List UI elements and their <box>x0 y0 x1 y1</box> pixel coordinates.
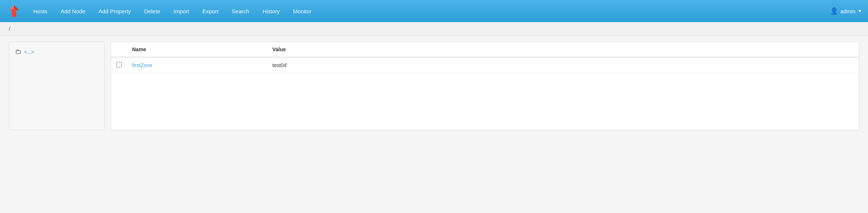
user-icon: 👤 <box>830 7 838 15</box>
navbar-nav: HostsAdd NodeAdd PropertyDeleteImportExp… <box>27 0 830 22</box>
user-menu[interactable]: 👤 admin ▼ <box>830 7 862 15</box>
col-value: Value <box>267 42 859 57</box>
chevron-down-icon: ▼ <box>858 8 862 14</box>
folder-item[interactable]: 🗀 <...> <box>15 48 99 56</box>
nav-item-add-property[interactable]: Add Property <box>92 0 138 22</box>
nav-item-search[interactable]: Search <box>225 0 256 22</box>
table-row: firstZonetest04' <box>111 57 859 73</box>
right-panel: Name Value firstZonetest04' <box>111 42 859 130</box>
main-content: 🗀 <...> Name Value firstZonetest04' <box>0 36 868 136</box>
logo[interactable] <box>6 3 22 19</box>
row-checkbox[interactable] <box>116 62 122 67</box>
nav-item-delete[interactable]: Delete <box>138 0 167 22</box>
folder-icon: 🗀 <box>15 48 22 56</box>
row-checkbox-cell <box>111 57 127 73</box>
table-header-row: Name Value <box>111 42 859 57</box>
user-label: admin <box>840 8 855 14</box>
nav-item-monitor[interactable]: Monitor <box>286 0 318 22</box>
row-name-cell: firstZone <box>127 57 267 73</box>
breadcrumb-path: / <box>9 26 10 32</box>
left-panel: 🗀 <...> <box>9 42 105 130</box>
properties-table: Name Value firstZonetest04' <box>111 42 859 73</box>
nav-item-add-node[interactable]: Add Node <box>54 0 92 22</box>
col-name: Name <box>127 42 267 57</box>
navbar: HostsAdd NodeAdd PropertyDeleteImportExp… <box>0 0 868 22</box>
nav-item-export[interactable]: Export <box>196 0 225 22</box>
row-name-link[interactable]: firstZone <box>132 62 152 68</box>
folder-label[interactable]: <...> <box>24 49 34 55</box>
col-checkbox <box>111 42 127 57</box>
breadcrumb: / <box>0 22 868 36</box>
nav-item-history[interactable]: History <box>256 0 286 22</box>
row-value-cell: test04' <box>267 57 859 73</box>
nav-item-import[interactable]: Import <box>167 0 196 22</box>
nav-item-hosts[interactable]: Hosts <box>27 0 54 22</box>
